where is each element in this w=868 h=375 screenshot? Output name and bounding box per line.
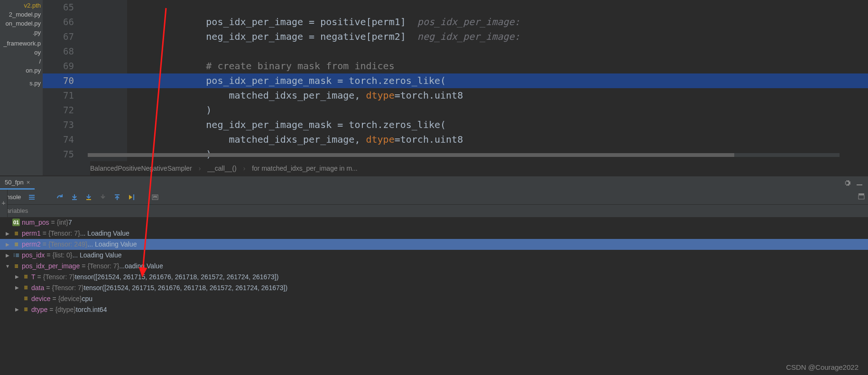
editor-breadcrumb[interactable]: BalancedPositiveNegativeSampler › __call… <box>90 161 868 175</box>
file-tree-item[interactable]: oy <box>0 48 43 57</box>
code-lines[interactable]: pos_idx_per_image = positive[perm1] pos_… <box>127 0 868 162</box>
expand-arrow-icon[interactable]: ▶ <box>14 274 20 279</box>
variable-row[interactable]: ≣device = {device} cpu <box>0 293 868 304</box>
debug-tab-actions <box>843 179 868 187</box>
var-value: tensor([261524, 261715, 261676, 261718, … <box>75 273 279 281</box>
var-type-icon: 01 <box>12 219 20 226</box>
var-value: ... Loading Value <box>80 229 129 237</box>
var-name: data <box>31 284 44 292</box>
file-tree-item[interactable]: s.py <box>0 79 43 88</box>
editor-horizontal-scrollbar[interactable] <box>88 153 840 157</box>
close-icon[interactable]: × <box>27 179 30 186</box>
file-tree-item[interactable]: on_model.py <box>0 19 43 28</box>
var-name: device <box>31 295 50 302</box>
step-into-my-icon[interactable] <box>83 192 94 202</box>
editor-gutter: 6566676869707172737475 <box>43 0 85 175</box>
file-tree-item[interactable]: on.py <box>0 66 43 75</box>
var-value: ... Loading Value <box>72 251 121 259</box>
svg-rect-2 <box>29 197 35 198</box>
var-type-icon: ≣ <box>22 273 29 281</box>
step-over-icon[interactable] <box>55 192 65 202</box>
layout-icon[interactable] <box>858 192 865 201</box>
variable-row[interactable]: ▶≣perm2 = {Tensor: 249} ... Loading Valu… <box>0 239 868 250</box>
variable-row[interactable]: ▼≣pos_idx_per_image = {Tensor: 7} ...oad… <box>0 261 868 272</box>
var-name: pos_idx_per_image <box>22 262 80 270</box>
breadcrumb-item[interactable]: BalancedPositiveNegativeSampler <box>90 165 192 172</box>
code-line[interactable]: matched_idxs_per_image, dtype=torch.uint… <box>127 88 868 103</box>
code-editor[interactable]: 6566676869707172737475 pos_idx_per_image… <box>43 0 868 175</box>
gear-icon[interactable] <box>843 179 851 187</box>
expand-arrow-icon[interactable]: ▶ <box>14 307 20 312</box>
debug-tab[interactable]: 50_fpn × <box>0 176 35 190</box>
code-line[interactable]: neg_idx_per_image = negative[perm2] neg_… <box>127 29 868 44</box>
var-type: {int} <box>57 219 68 226</box>
variable-row[interactable]: ▶≣dtype = {dtype} torch.int64 <box>0 304 868 315</box>
add-watch-icon[interactable]: + <box>1 199 5 207</box>
variable-row[interactable]: ▶≣T = {Tensor: 7} tensor([261524, 261715… <box>0 271 868 282</box>
file-tree-item[interactable]: 2_model.py <box>0 10 43 19</box>
svg-rect-13 <box>859 193 864 195</box>
var-value: torch.int64 <box>76 306 107 313</box>
breadcrumb-item[interactable]: for matched_idxs_per_image in m... <box>252 165 358 172</box>
variable-row[interactable]: ▶≣perm1 = {Tensor: 7} ... Loading Value <box>0 228 868 239</box>
var-value: cpu <box>82 295 92 302</box>
code-line[interactable]: pos_idx_per_image_mask = torch.zeros_lik… <box>127 73 868 88</box>
force-step-icon[interactable] <box>98 192 108 202</box>
code-line[interactable] <box>127 44 868 59</box>
var-type: {Tensor: 7} <box>52 284 83 292</box>
var-type: {dtype} <box>55 306 76 313</box>
watermark: CSDN @Courage2022 <box>786 363 859 371</box>
code-line[interactable]: pos_idx_per_image = positive[perm1] pos_… <box>127 15 868 29</box>
variable-row[interactable]: ▶≣data = {Tensor: 7} tensor([261524, 261… <box>0 282 868 293</box>
var-type: {Tensor: 249} <box>48 240 88 248</box>
breadcrumb-item[interactable]: __call__() <box>207 165 236 172</box>
variable-row[interactable]: ▶⁞≣pos_idx = {list: 0} ... Loading Value <box>0 250 868 261</box>
svg-rect-7 <box>133 194 134 200</box>
project-file-tree[interactable]: v2.pth2_model.pyon_model.py.py_framework… <box>0 0 43 175</box>
var-name: pos_idx <box>22 251 45 259</box>
code-line[interactable]: ) <box>127 103 868 118</box>
expand-arrow-icon[interactable]: ▼ <box>5 264 10 269</box>
expand-arrow-icon[interactable]: ▶ <box>5 242 10 247</box>
debug-tab-bar: 50_fpn × <box>0 176 868 190</box>
file-tree-item[interactable]: .py <box>0 28 43 37</box>
var-type-icon: ≣ <box>12 240 20 248</box>
var-type: {device} <box>58 295 82 302</box>
variable-row[interactable]: 01num_pos = {int} 7 <box>0 217 868 228</box>
svg-rect-4 <box>72 199 77 200</box>
evaluate-icon[interactable] <box>150 192 160 202</box>
var-type-icon: ≣ <box>12 229 20 237</box>
debug-tab-label: 50_fpn <box>5 179 24 186</box>
file-tree-item[interactable]: / <box>0 57 43 66</box>
code-line[interactable]: matched_idxs_per_image, dtype=torch.uint… <box>127 132 868 147</box>
expand-arrow-icon[interactable]: ▶ <box>5 231 10 236</box>
expand-arrow-icon[interactable]: ▶ <box>14 285 20 290</box>
var-type-icon: ≣ <box>12 262 20 270</box>
run-to-cursor-icon[interactable] <box>126 192 137 202</box>
breadcrumb-sep: › <box>194 165 206 172</box>
svg-rect-5 <box>86 199 91 200</box>
step-into-icon[interactable] <box>69 192 80 202</box>
breakpoint-gutter[interactable] <box>85 0 128 175</box>
svg-rect-14 <box>859 195 864 199</box>
minimize-icon[interactable] <box>856 179 863 187</box>
svg-rect-6 <box>115 194 120 195</box>
expand-arrow-icon[interactable]: ▶ <box>5 253 10 258</box>
step-out-icon[interactable] <box>112 192 122 202</box>
code-line[interactable] <box>127 0 868 15</box>
svg-rect-11 <box>155 197 156 198</box>
var-type-icon: ⁞≣ <box>12 251 20 259</box>
scrollbar-thumb[interactable] <box>88 153 734 157</box>
threads-icon[interactable] <box>27 192 37 202</box>
debug-toolbar: onsole <box>0 190 868 205</box>
var-value: 7 <box>68 219 72 226</box>
var-type: {Tensor: 7} <box>87 262 119 270</box>
variables-panel[interactable]: 01num_pos = {int} 7▶≣perm1 = {Tensor: 7}… <box>0 217 868 375</box>
file-tree-item[interactable]: v2.pth <box>0 1 43 10</box>
var-type: {list: 0} <box>52 251 72 259</box>
variables-panel-header: Variables <box>0 205 868 217</box>
svg-rect-0 <box>857 184 862 185</box>
code-line[interactable]: # create binary mask from indices <box>127 59 868 73</box>
code-line[interactable]: neg_idx_per_image_mask = torch.zeros_lik… <box>127 118 868 132</box>
file-tree-item[interactable]: _framework.p <box>0 39 43 48</box>
